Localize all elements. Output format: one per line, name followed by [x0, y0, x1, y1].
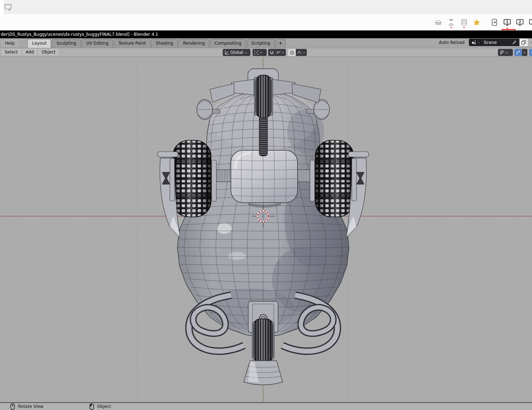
export-document-icon[interactable]	[490, 18, 499, 27]
database-icon[interactable]	[460, 18, 468, 27]
notification-dot	[450, 27, 452, 28]
orientation-axes-icon	[224, 50, 229, 55]
front-wheel	[254, 75, 273, 118]
monitor-2-icon[interactable]: 2	[516, 18, 524, 27]
status-label: Rotate View	[18, 404, 44, 409]
left-mouse-icon	[89, 403, 94, 410]
add-display-icon[interactable]	[4, 3, 12, 11]
buggy-icon[interactable]	[434, 18, 443, 27]
viewport-header: Select Add Object Global	[0, 48, 532, 57]
monitor-1-label: 1	[506, 20, 509, 24]
tab-sculpting[interactable]: Sculpting	[52, 39, 81, 48]
scene-name: Scene	[484, 40, 497, 45]
status-bar: Rotate View Object	[0, 402, 532, 410]
copy-icon	[521, 40, 526, 45]
add-workspace-button[interactable]: +	[276, 39, 286, 48]
active-monitor-underline	[501, 29, 516, 30]
hourglass-icon[interactable]	[447, 18, 455, 27]
chevron-down-icon	[281, 51, 285, 55]
close-icon	[529, 40, 532, 45]
monitor-2-label: 2	[519, 20, 521, 24]
pivot-point-dropdown[interactable]	[253, 49, 267, 56]
chevron-down-icon	[259, 51, 263, 55]
tab-compositing[interactable]: Compositing	[210, 39, 246, 48]
tab-scripting[interactable]: Scripting	[247, 39, 275, 48]
middle-mouse-icon	[10, 403, 15, 410]
workspace-tabs: Layout Sculpting UV Editing Texture Pain…	[27, 38, 286, 48]
pin-icon[interactable]	[512, 40, 517, 45]
proportional-edit-icon	[289, 50, 295, 55]
window-title-bar: der\DS_Rustys_Buggy\scenes\ds-rustys_bug…	[0, 30, 532, 38]
remote-chrome-bar	[0, 0, 532, 14]
monitor-1-icon[interactable]: 1	[503, 18, 511, 27]
chevron-down-icon	[477, 41, 481, 44]
auto-reload-label: Auto Reload	[439, 40, 465, 45]
tab-layout[interactable]: Layout	[27, 39, 51, 48]
active-monitor-dot	[506, 28, 508, 29]
shading-sphere-icon	[531, 50, 532, 55]
object-menu[interactable]: Object	[38, 49, 59, 55]
help-menu[interactable]: Help	[1, 40, 18, 47]
overlays-control[interactable]	[514, 49, 527, 56]
exhaust-funnel	[244, 361, 283, 385]
status-object: Object	[89, 403, 111, 410]
transform-orientation-value: Global	[229, 50, 244, 55]
proportional-editing-toggle[interactable]	[288, 49, 296, 56]
overlays-dropdown[interactable]	[522, 49, 527, 56]
magnet-icon	[269, 50, 275, 55]
select-menu[interactable]: Select	[1, 49, 21, 55]
front-tire-right	[315, 140, 354, 217]
chevron-down-icon	[523, 51, 527, 55]
seat-panel	[231, 150, 298, 208]
scene-selector[interactable]: Scene	[469, 39, 532, 46]
front-tire-left	[173, 140, 211, 217]
scene-name-field[interactable]: Scene	[482, 39, 519, 46]
tab-texture-paint[interactable]: Texture Paint	[114, 39, 150, 48]
chevron-down-icon	[244, 51, 248, 55]
status-label: Object	[97, 404, 111, 409]
chevron-down-icon	[505, 51, 509, 55]
chrome-left-tab	[0, 0, 4, 14]
snapping-control[interactable]	[268, 49, 286, 56]
shading-mode-button-clipped[interactable]	[529, 49, 532, 56]
snap-target-icon	[276, 50, 281, 55]
overlays-toggle[interactable]	[514, 49, 522, 56]
front-fork-coil	[259, 116, 267, 156]
window-title: der\DS_Rustys_Buggy\scenes\ds-rustys_bug…	[1, 32, 158, 37]
scene-icon	[471, 39, 477, 46]
rear-wheel	[252, 319, 274, 362]
notification-dot	[463, 27, 465, 28]
tab-rendering[interactable]: Rendering	[178, 39, 209, 48]
remote-toolbar: 1 2	[0, 14, 532, 30]
transform-orientation-dropdown[interactable]: Global	[223, 49, 250, 56]
gizmo-eye-icon	[499, 50, 505, 55]
pivot-point-icon	[254, 50, 259, 55]
overlay-arc-arrow-icon	[516, 50, 521, 55]
proportional-falloff-dropdown[interactable]	[296, 49, 307, 56]
show-gizmo-dropdown[interactable]	[498, 49, 513, 56]
monitor-3-icon-clipped[interactable]	[528, 18, 532, 27]
add-menu[interactable]: Add	[22, 49, 37, 55]
chevron-down-icon	[302, 51, 306, 55]
blender-window: 1 2 der\DS_Rustys_Buggy\scenes\ds-rustys	[0, 0, 532, 410]
unlink-scene-button[interactable]	[528, 39, 532, 46]
falloff-curve-icon	[297, 50, 302, 55]
tab-uv-editing[interactable]: UV Editing	[82, 39, 113, 48]
blender-topbar: Help Layout Sculpting UV Editing Texture…	[0, 38, 532, 48]
tab-shading[interactable]: Shading	[151, 39, 178, 48]
3d-viewport[interactable]	[0, 57, 532, 402]
status-rotate-view: Rotate View	[10, 403, 44, 410]
scene-browse-button[interactable]	[469, 39, 482, 46]
new-scene-button[interactable]	[519, 39, 528, 46]
proportional-editing-control[interactable]	[288, 49, 307, 56]
star-icon[interactable]	[472, 18, 481, 27]
